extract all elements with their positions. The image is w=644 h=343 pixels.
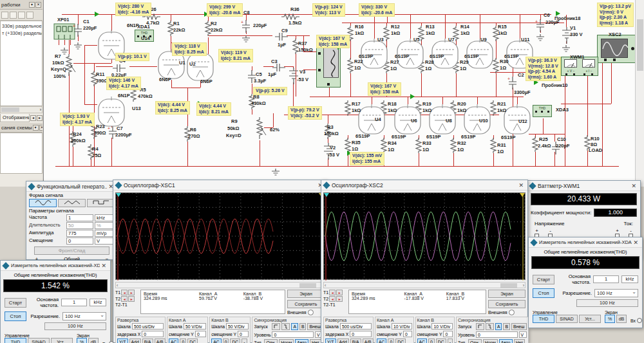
freq-input[interactable]: 1: [66, 214, 93, 221]
control-sinad-button[interactable]: SINAD: [28, 338, 50, 343]
amplitude-unit[interactable]: mVp: [95, 230, 114, 237]
xda3-titlebar[interactable]: Измеритель нелинейных искажений-XDA3 ✕: [529, 237, 642, 248]
square-wave-button[interactable]: [87, 199, 115, 207]
sweep-mode-y-t-button[interactable]: Y/T: [117, 338, 128, 343]
sweep-mode-y-t-button[interactable]: Y/T: [325, 338, 336, 343]
timebase-scale-field[interactable]: 500 us/Div: [340, 323, 372, 329]
funcgen-titlebar[interactable]: Функциональный генерато... ✕: [26, 181, 117, 192]
design-tree-item[interactable]: т (+330в) раздельно: [2, 30, 42, 37]
yoff-field[interactable]: 0: [238, 331, 249, 337]
coupling-0-button[interactable]: 0: [223, 338, 229, 343]
amplitude-input[interactable]: 775: [66, 230, 93, 237]
control-thd-button[interactable]: THD: [5, 338, 26, 343]
control-settings-button[interactable]: Уст...: [579, 315, 601, 323]
trigger-type-1-button[interactable]: Норм: [483, 339, 498, 343]
screen-db-button[interactable]: dB: [88, 338, 99, 343]
channel-scale-field[interactable]: 50 V/Div: [226, 323, 249, 329]
xsc2-titlebar[interactable]: Осциллограф-XSC2 ✕: [321, 180, 527, 190]
trigger-a-button[interactable]: A: [291, 323, 298, 330]
save-button[interactable]: Сохранить: [287, 300, 325, 308]
falling-edge-icon[interactable]: [281, 323, 290, 330]
input-terminal[interactable]: [637, 318, 642, 323]
freq-unit[interactable]: kHz: [95, 214, 114, 221]
sweep-mode-a-b-button[interactable]: A/B: [155, 338, 166, 343]
trigger-type-0-button[interactable]: Одн.: [264, 339, 278, 343]
yoff-field[interactable]: 0: [195, 331, 206, 337]
scope-hscrollbar[interactable]: ‹›: [323, 282, 526, 288]
coupling-dc-button[interactable]: DC: [436, 338, 446, 343]
sweep-mode-a-b-button[interactable]: A/B: [363, 338, 374, 343]
coupling-ac-button[interactable]: AC: [211, 338, 221, 343]
panel-close-icon[interactable]: ✕: [35, 2, 41, 8]
close-icon[interactable]: ✕: [100, 263, 108, 269]
xda1-titlebar[interactable]: Измеритель нелинейных искажений-XDA1 ✕: [1, 261, 110, 271]
screen-db-button[interactable]: dB: [616, 315, 627, 323]
new-file-icon[interactable]: [1, 12, 8, 19]
wattmeter-titlebar[interactable]: Ваттметр-XWM1 ✕: [527, 181, 640, 191]
offset-input[interactable]: 0: [66, 237, 93, 245]
sine-wave-button[interactable]: [29, 199, 57, 207]
resolution-combobox[interactable]: 100 Hz⌄: [62, 312, 106, 320]
cursor-right-button[interactable]: ►: [128, 296, 135, 302]
screen-percent-button[interactable]: %: [77, 338, 87, 343]
trigger-type-2-button[interactable]: Авто: [499, 339, 513, 343]
cursor-right-button[interactable]: ►: [336, 296, 343, 302]
start-button[interactable]: Старт: [5, 298, 26, 308]
start-button[interactable]: Старт: [533, 275, 554, 284]
coupling-dc-button[interactable]: DC: [230, 338, 240, 343]
coupling-0-button[interactable]: 0: [180, 338, 186, 343]
offset-unit[interactable]: V: [95, 237, 114, 245]
trigger-b-button[interactable]: B: [503, 323, 510, 330]
rising-edge-icon[interactable]: [272, 323, 280, 330]
freq-field[interactable]: 1: [61, 299, 87, 306]
yoff-field[interactable]: 0: [403, 331, 412, 337]
control-thd-button[interactable]: THD: [533, 315, 554, 323]
save-button[interactable]: Сохранить: [488, 300, 526, 308]
schematic-canvas[interactable]: +++++THDTHD+ V −+ I −XP01C1220µF6N1PU14R…: [43, 0, 635, 187]
design-tree-hscrollbar[interactable]: ›: [0, 106, 43, 113]
timebase-scale-field[interactable]: 500 us/Div: [132, 323, 164, 329]
control-settings-button[interactable]: Уст...: [51, 338, 73, 343]
scope-hscrollbar[interactable]: ‹›: [115, 282, 325, 288]
trigger-type-2-button[interactable]: Авто: [295, 339, 308, 343]
trigger-type-0-button[interactable]: Одн.: [468, 339, 482, 343]
sweep-mode-add-button[interactable]: Add: [337, 338, 349, 343]
coupling-dc-button[interactable]: DC: [395, 338, 406, 343]
external-radio[interactable]: [308, 310, 314, 315]
close-icon[interactable]: ✕: [630, 183, 638, 189]
close-icon[interactable]: ✕: [632, 239, 639, 246]
panel2-pin-icon[interactable]: ▾: [33, 125, 39, 131]
xdelay-field[interactable]: 0: [142, 331, 164, 337]
reverse-button[interactable]: Экран: [287, 290, 325, 298]
rising-edge-icon[interactable]: [476, 323, 484, 330]
tab-next-icon[interactable]: ▸: [37, 115, 43, 121]
panel-pin-icon[interactable]: ▾: [29, 2, 35, 8]
minus-button[interactable]: -: [448, 338, 453, 343]
yoff-field[interactable]: 0: [443, 331, 452, 337]
coupling-ac-button[interactable]: AC: [377, 338, 386, 343]
close-file-icon[interactable]: [26, 12, 33, 19]
channel-scale-field[interactable]: 10 V/Div: [392, 323, 412, 329]
coupling-0-button[interactable]: 0: [388, 338, 394, 343]
trigger-ext-button[interactable]: Внеш: [511, 323, 527, 330]
coupling-ac-button[interactable]: AC: [169, 338, 178, 343]
thd-analyzer-icon[interactable]: THD: [533, 105, 552, 117]
xdelay-field[interactable]: 0: [350, 331, 372, 337]
sweep-mode-b-a-button[interactable]: B/A: [350, 338, 361, 343]
trigger-b-button[interactable]: B: [299, 323, 307, 330]
external-radio[interactable]: [509, 310, 515, 315]
cursor-right-button[interactable]: ►: [336, 290, 343, 295]
stop-button[interactable]: Стоп: [533, 288, 554, 298]
tab-prev-icon[interactable]: ◂: [30, 115, 36, 121]
trigger-type-3-button[interactable]: Нет: [310, 339, 321, 343]
cursor-left-button[interactable]: ◄: [121, 296, 128, 302]
trigger-type-1-button[interactable]: Норм: [279, 339, 294, 343]
sweep-mode-add-button[interactable]: Add: [129, 338, 141, 343]
stop-button[interactable]: Стоп: [5, 311, 26, 321]
screen-percent-button[interactable]: %: [605, 315, 615, 323]
coupling-ac-button[interactable]: AC: [417, 338, 427, 343]
cursor-left-button[interactable]: ◄: [329, 290, 336, 295]
control-sinad-button[interactable]: SINAD: [556, 315, 578, 323]
channel-scale-field[interactable]: 50 V/Div: [184, 323, 206, 329]
minus-button[interactable]: -: [242, 338, 247, 343]
